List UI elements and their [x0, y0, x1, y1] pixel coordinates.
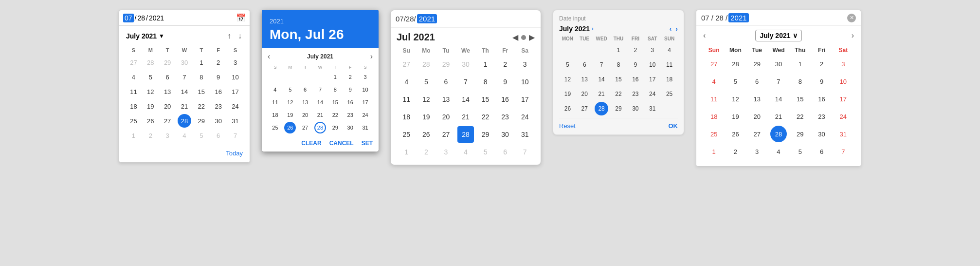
- table-row[interactable]: 20: [161, 99, 174, 113]
- cal1-selected-day[interactable]: 28: [178, 114, 191, 128]
- cal1-input[interactable]: 07 / 28 / 2021: [123, 14, 234, 22]
- table-row[interactable]: 18: [127, 99, 140, 113]
- table-row[interactable]: 7: [517, 144, 533, 160]
- cal3-selected-day[interactable]: 28: [457, 126, 474, 143]
- table-row[interactable]: 4: [770, 143, 787, 160]
- table-row[interactable]: 2: [144, 129, 157, 142]
- table-row[interactable]: 9: [497, 74, 513, 90]
- table-row[interactable]: 22: [195, 99, 208, 113]
- table-row[interactable]: 7: [178, 70, 191, 84]
- table-row[interactable]: 17: [229, 85, 242, 98]
- table-row[interactable]: 26: [561, 102, 574, 115]
- table-row[interactable]: 15: [792, 91, 808, 107]
- cal2-next-btn[interactable]: ›: [370, 52, 373, 61]
- table-row[interactable]: 18: [269, 109, 281, 121]
- table-row[interactable]: 1: [398, 144, 415, 160]
- table-row[interactable]: 16: [814, 91, 830, 107]
- table-row[interactable]: 21: [595, 87, 608, 101]
- table-row[interactable]: 7: [835, 143, 852, 160]
- table-row[interactable]: 5: [195, 129, 208, 142]
- table-row[interactable]: 22: [612, 87, 625, 101]
- table-row[interactable]: [561, 43, 574, 57]
- table-row[interactable]: 30: [345, 122, 356, 133]
- table-row[interactable]: 4: [269, 84, 281, 95]
- table-row[interactable]: 24: [835, 108, 852, 125]
- table-row[interactable]: 9: [345, 84, 356, 95]
- table-row[interactable]: 21: [457, 109, 474, 125]
- table-row[interactable]: 9: [629, 58, 642, 72]
- table-row[interactable]: 3: [161, 129, 174, 142]
- table-row[interactable]: 5: [418, 74, 435, 90]
- cal4-ok-button[interactable]: OK: [669, 122, 678, 130]
- table-row[interactable]: 20: [578, 87, 591, 101]
- table-row[interactable]: 7: [457, 74, 474, 90]
- table-row[interactable]: 5: [284, 84, 296, 95]
- table-row[interactable]: 14: [178, 85, 191, 98]
- table-row[interactable]: 6: [578, 58, 591, 72]
- table-row[interactable]: 25: [269, 122, 281, 133]
- table-row[interactable]: 2: [418, 144, 435, 160]
- table-row[interactable]: 22: [329, 109, 341, 121]
- cal1-input-day[interactable]: 28: [137, 14, 145, 22]
- table-row[interactable]: 12: [418, 91, 435, 108]
- table-row[interactable]: 14: [314, 96, 326, 108]
- table-row[interactable]: 2: [814, 56, 830, 72]
- table-row[interactable]: [578, 43, 591, 57]
- table-row[interactable]: 25: [398, 126, 415, 143]
- table-row[interactable]: 24: [517, 109, 533, 125]
- table-row[interactable]: 3: [835, 56, 852, 72]
- cal5-input-prefix[interactable]: 07 / 28 /: [701, 14, 727, 22]
- table-row[interactable]: 9: [814, 73, 830, 90]
- cal1-next-btn[interactable]: ↓: [237, 31, 243, 41]
- cal2-selected-day[interactable]: 26: [284, 122, 296, 133]
- table-row[interactable]: 2: [629, 43, 642, 57]
- table-row[interactable]: 27: [299, 122, 311, 133]
- table-row[interactable]: 30: [457, 56, 474, 73]
- table-row[interactable]: 17: [360, 96, 371, 108]
- cal3-next-btn[interactable]: ▶: [529, 33, 535, 42]
- table-row[interactable]: 1: [477, 56, 494, 73]
- table-row[interactable]: 3: [437, 144, 454, 160]
- table-row[interactable]: 24: [646, 87, 659, 101]
- table-row[interactable]: 31: [646, 102, 659, 115]
- table-row[interactable]: 9: [212, 70, 225, 84]
- table-row[interactable]: 28: [727, 56, 744, 72]
- table-row[interactable]: 12: [284, 96, 296, 108]
- table-row[interactable]: 6: [497, 144, 513, 160]
- table-row[interactable]: 10: [646, 58, 659, 72]
- table-row[interactable]: 4: [706, 73, 722, 90]
- table-row[interactable]: 10: [229, 70, 242, 84]
- table-row[interactable]: 25: [127, 114, 140, 128]
- table-row[interactable]: 27: [398, 56, 415, 73]
- table-row[interactable]: 17: [835, 91, 852, 107]
- cal2-set-btn[interactable]: SET: [362, 140, 373, 147]
- table-row[interactable]: 3: [749, 143, 765, 160]
- table-row[interactable]: 10: [517, 74, 533, 90]
- table-row[interactable]: 30: [814, 126, 830, 142]
- table-row[interactable]: 1: [612, 43, 625, 57]
- table-row[interactable]: 3: [229, 56, 242, 69]
- table-row[interactable]: 16: [212, 85, 225, 98]
- table-row[interactable]: 6: [437, 74, 454, 90]
- table-row[interactable]: 26: [144, 114, 157, 128]
- cal1-today-button[interactable]: Today: [226, 150, 243, 157]
- table-row[interactable]: 22: [792, 108, 808, 125]
- table-row[interactable]: 14: [595, 73, 608, 86]
- table-row[interactable]: 31: [229, 114, 242, 128]
- table-row[interactable]: 23: [629, 87, 642, 101]
- table-row[interactable]: 29: [161, 56, 174, 69]
- cal5-next-btn[interactable]: ›: [852, 31, 854, 40]
- table-row[interactable]: 24: [229, 99, 242, 113]
- table-row[interactable]: 5: [144, 70, 157, 84]
- table-row[interactable]: 5: [792, 143, 808, 160]
- table-row[interactable]: 8: [195, 70, 208, 84]
- table-row[interactable]: 4: [457, 144, 474, 160]
- cal4-reset-button[interactable]: Reset: [559, 122, 576, 130]
- cal1-prev-btn[interactable]: ↑: [226, 31, 232, 41]
- table-row[interactable]: 15: [195, 85, 208, 98]
- table-row[interactable]: 1: [329, 71, 341, 83]
- table-row[interactable]: 14: [770, 91, 787, 107]
- table-row[interactable]: 6: [749, 73, 765, 90]
- table-row[interactable]: 30: [770, 56, 787, 72]
- table-row[interactable]: 11: [269, 96, 281, 108]
